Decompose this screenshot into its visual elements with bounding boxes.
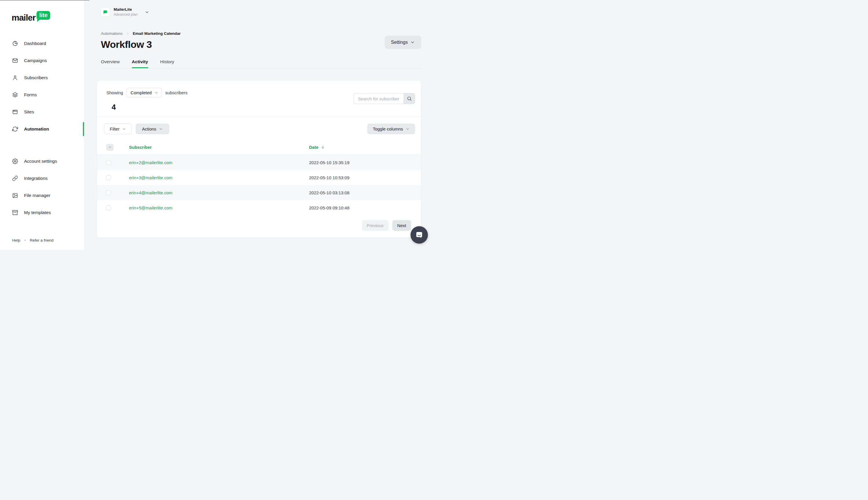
sidebar-item-my-templates[interactable]: My templates — [0, 206, 84, 219]
workspace-plan: Advanced plan — [114, 12, 138, 17]
row-date: 2022-05-10 10:53:09 — [309, 175, 414, 180]
nav-group-gap — [0, 140, 84, 155]
sidebar-item-account-settings[interactable]: Account settings — [0, 155, 84, 168]
page-title: Workflow 3 — [101, 39, 152, 50]
sidebar-item-dashboard[interactable]: Dashboard — [0, 37, 84, 50]
sidebar-item-label: Forms — [24, 92, 37, 98]
sidebar-item-label: Automation — [24, 126, 49, 132]
workspace-meta: MailerLite Advanced plan — [114, 7, 138, 17]
breadcrumb-automations[interactable]: Automations — [101, 31, 123, 36]
subscriber-email-link[interactable]: erin+4@mailerlite.com — [129, 190, 309, 195]
showing-row: Showing Completed subscribers — [106, 88, 188, 98]
subscriber-email-link[interactable]: erin+2@mailerlite.com — [129, 160, 309, 165]
row-checkbox[interactable] — [106, 205, 111, 210]
intercom-messenger-icon — [415, 230, 424, 239]
next-button[interactable]: Next — [392, 220, 411, 231]
row-checkbox[interactable] — [106, 175, 111, 180]
envelope-icon — [12, 58, 18, 64]
refer-a-friend-link[interactable]: Refer a friend — [30, 238, 54, 242]
layers-icon — [12, 92, 18, 98]
chevron-down-icon — [406, 127, 410, 131]
status-filter-value: Completed — [131, 90, 152, 95]
pie-chart-icon — [12, 41, 18, 46]
sidebar-footer: Help Refer a friend — [12, 238, 54, 242]
workflow-tabs: Overview Activity History — [101, 59, 421, 68]
toggle-columns-label: Toggle columns — [373, 126, 403, 132]
actions-button[interactable]: Actions — [136, 124, 169, 134]
sidebar-item-sites[interactable]: Sites — [0, 105, 84, 118]
sidebar-item-forms[interactable]: Forms — [0, 89, 84, 101]
table-row: erin+2@mailerlite.com 2022-05-10 15:35:1… — [97, 155, 421, 170]
workspace-selector[interactable]: MailerLite Advanced plan — [101, 7, 149, 17]
mailerlite-logo[interactable]: mailer lite — [12, 11, 50, 22]
sidebar-item-label: Sites — [24, 109, 34, 115]
subscriber-email-link[interactable]: erin+5@mailerlite.com — [129, 205, 309, 210]
gear-icon — [12, 158, 18, 164]
subscriber-email-link[interactable]: erin+3@mailerlite.com — [129, 175, 309, 180]
search-group — [354, 93, 415, 104]
sidebar-item-automation[interactable]: Automation — [0, 123, 84, 135]
sidebar-item-subscribers[interactable]: Subscribers — [0, 71, 84, 84]
select-all-dropdown[interactable] — [106, 144, 114, 151]
sidebar-item-label: Account settings — [24, 159, 57, 164]
tab-history[interactable]: History — [160, 59, 174, 68]
logo-text: mailer — [12, 13, 35, 22]
sidebar-item-label: File manager — [24, 193, 50, 198]
chat-launcher-button[interactable] — [410, 226, 428, 243]
subscribers-table: Subscriber Date erin+2@mailerlite.com 20… — [97, 140, 421, 215]
chevron-down-icon — [108, 145, 112, 149]
sidebar-item-campaigns[interactable]: Campaigns — [0, 54, 84, 67]
actions-button-label: Actions — [142, 126, 156, 132]
settings-button[interactable]: Settings — [385, 36, 421, 49]
chevron-down-icon — [122, 127, 126, 131]
previous-button[interactable]: Previous — [362, 220, 389, 231]
sidebar-nav: Dashboard Campaigns Subscribers Forms Si… — [0, 37, 84, 223]
showing-label: Showing — [106, 90, 123, 95]
filter-button-label: Filter — [110, 126, 119, 132]
chevron-down-icon — [159, 127, 163, 131]
workspace-avatar — [101, 8, 109, 16]
green-speech-bubble-icon — [103, 10, 107, 14]
sidebar: mailer lite Dashboard Campaigns Subscrib… — [0, 0, 84, 250]
chevron-down-icon — [154, 91, 158, 95]
row-date: 2022-05-09 09:10:48 — [309, 205, 414, 210]
workspace-name: MailerLite — [114, 7, 138, 12]
filter-button[interactable]: Filter — [104, 124, 132, 134]
chevron-right-icon — [126, 32, 130, 35]
pagination: Previous Next — [362, 220, 411, 231]
dot-separator — [24, 240, 26, 241]
sidebar-item-label: Dashboard — [24, 41, 46, 46]
person-icon — [12, 75, 18, 81]
logo-lite-badge: lite — [36, 11, 50, 20]
sort-descending-arrow-icon — [321, 145, 325, 149]
browser-icon — [12, 109, 18, 115]
toggle-columns-button[interactable]: Toggle columns — [367, 124, 415, 134]
archive-icon — [12, 210, 18, 215]
sidebar-item-label: Subscribers — [24, 75, 48, 80]
search-input[interactable] — [354, 93, 404, 104]
activity-card: Showing Completed subscribers 4 Filter A… — [97, 80, 421, 238]
search-icon — [407, 96, 412, 101]
column-header-date[interactable]: Date — [309, 145, 414, 150]
subscriber-count: 4 — [112, 103, 116, 112]
chevron-down-icon — [410, 40, 415, 45]
card-divider — [97, 116, 421, 117]
row-date: 2022-05-10 15:35:19 — [309, 160, 414, 165]
status-filter-select[interactable]: Completed — [126, 88, 162, 98]
column-header-subscriber[interactable]: Subscriber — [129, 145, 309, 150]
search-button[interactable] — [404, 93, 415, 104]
row-checkbox[interactable] — [106, 160, 111, 165]
link-icon — [12, 175, 18, 181]
row-date: 2022-05-10 03:13:08 — [309, 190, 414, 195]
sidebar-item-label: Campaigns — [24, 58, 47, 63]
table-row: erin+4@mailerlite.com 2022-05-10 03:13:0… — [97, 185, 421, 200]
sync-icon — [12, 126, 18, 132]
sidebar-item-label: My templates — [24, 210, 51, 215]
sidebar-item-integrations[interactable]: Integrations — [0, 172, 84, 185]
sidebar-item-file-manager[interactable]: File manager — [0, 189, 84, 202]
row-checkbox[interactable] — [106, 190, 111, 195]
table-header-row: Subscriber Date — [97, 140, 421, 155]
help-link[interactable]: Help — [12, 238, 20, 242]
tab-overview[interactable]: Overview — [101, 59, 120, 68]
tab-activity[interactable]: Activity — [132, 59, 148, 68]
